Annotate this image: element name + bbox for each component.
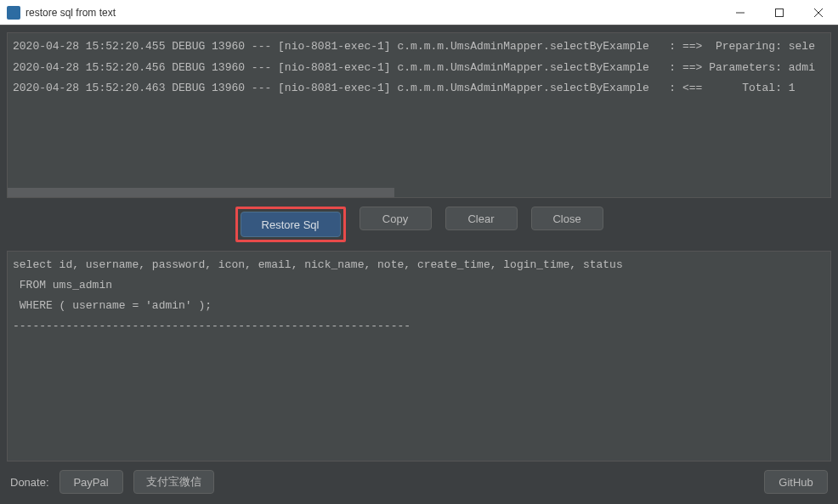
footer: Donate: PayPal 支付宝微信 GitHub — [7, 462, 831, 497]
window-controls — [721, 0, 838, 25]
log-line: 2020-04-28 15:52:20.455 DEBUG 13960 --- … — [13, 40, 815, 53]
close-dialog-button[interactable]: Close — [531, 207, 603, 230]
log-textarea[interactable]: 2020-04-28 15:52:20.455 DEBUG 13960 --- … — [7, 32, 831, 198]
sql-textarea[interactable]: select id, username, password, icon, ema… — [7, 251, 831, 462]
restore-highlight-box: Restore Sql — [235, 207, 346, 242]
window-title: restore sql from text — [25, 7, 721, 19]
paypal-button[interactable]: PayPal — [59, 470, 123, 494]
log-line: 2020-04-28 15:52:20.456 DEBUG 13960 --- … — [13, 61, 815, 74]
minimize-button[interactable] — [721, 0, 760, 25]
clear-button[interactable]: Clear — [445, 207, 518, 230]
donate-label: Donate: — [10, 476, 49, 489]
titlebar: restore sql from text — [0, 0, 838, 25]
close-button[interactable] — [799, 0, 838, 25]
horizontal-scrollbar[interactable] — [8, 188, 394, 197]
restore-sql-button[interactable]: Restore Sql — [241, 212, 341, 237]
log-line: 2020-04-28 15:52:20.463 DEBUG 13960 --- … — [13, 82, 796, 94]
alipay-wechat-button[interactable]: 支付宝微信 — [133, 470, 214, 494]
app-icon — [7, 6, 20, 20]
maximize-button[interactable] — [760, 0, 799, 25]
button-row: Restore Sql Copy Clear Close — [7, 198, 831, 251]
copy-button[interactable]: Copy — [360, 207, 432, 230]
content-area: 2020-04-28 15:52:20.455 DEBUG 13960 --- … — [0, 25, 838, 504]
github-button[interactable]: GitHub — [764, 470, 828, 494]
svg-rect-1 — [776, 8, 784, 16]
